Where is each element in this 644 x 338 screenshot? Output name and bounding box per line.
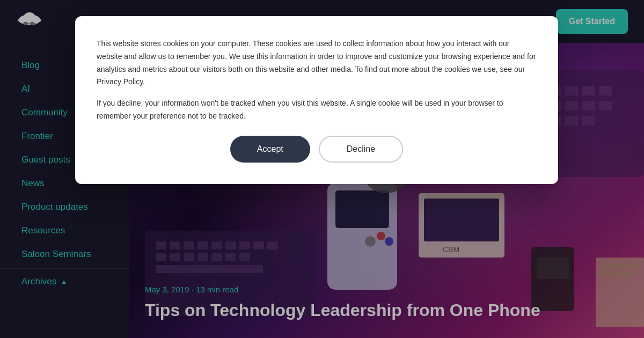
cookie-buttons: Accept Decline xyxy=(97,136,537,163)
cookie-overlay: This website stores cookies on your comp… xyxy=(0,0,644,338)
cookie-text-primary: This website stores cookies on your comp… xyxy=(97,38,537,89)
cookie-text-secondary: If you decline, your information won't b… xyxy=(97,97,537,123)
cookie-modal: This website stores cookies on your comp… xyxy=(75,16,558,184)
accept-button[interactable]: Accept xyxy=(230,136,310,163)
decline-button[interactable]: Decline xyxy=(319,136,403,163)
